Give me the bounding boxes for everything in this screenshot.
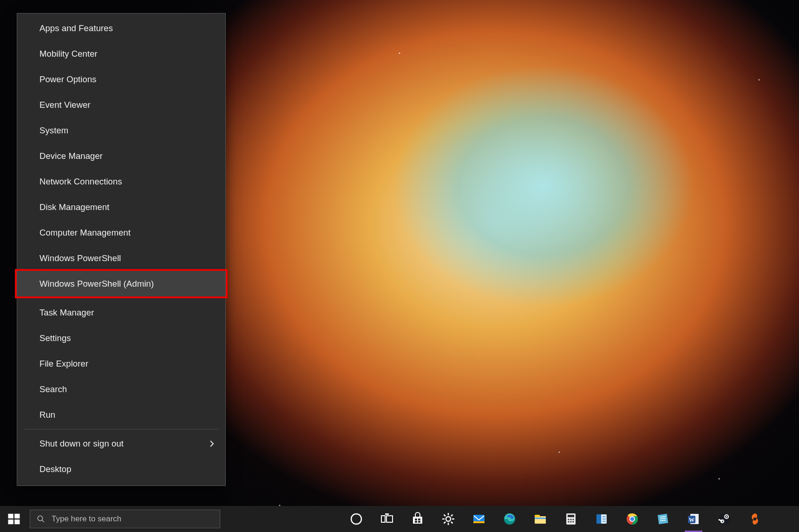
menu-item-powershell[interactable]: Windows PowerShell — [17, 245, 225, 271]
menu-item-task-manager[interactable]: Task Manager — [17, 300, 225, 325]
menu-item-label: Desktop — [39, 464, 72, 474]
menu-item-label: Task Manager — [39, 308, 94, 318]
menu-item-mobility-center[interactable]: Mobility Center — [17, 41, 225, 66]
taskbar-item-notes[interactable] — [648, 506, 678, 532]
menu-item-label: Event Viewer — [39, 100, 91, 110]
svg-line-5 — [42, 520, 44, 522]
chevron-right-icon — [210, 440, 214, 447]
taskbar-item-edge[interactable] — [494, 506, 525, 532]
menu-item-label: Mobility Center — [39, 49, 98, 59]
menu-item-apps-features[interactable]: Apps and Features — [17, 15, 225, 41]
taskbar-item-word[interactable] — [678, 506, 709, 532]
taskbar-search-box[interactable]: Type here to search — [30, 510, 220, 528]
taskbar-item-origin[interactable] — [740, 506, 770, 532]
svg-rect-2 — [8, 519, 13, 524]
chrome-icon — [625, 512, 639, 526]
menu-item-label: Windows PowerShell — [39, 253, 121, 263]
mail-icon — [472, 512, 486, 526]
taskbar-item-steam[interactable] — [709, 506, 740, 532]
taskbar-left-group: Type here to search — [0, 506, 220, 532]
winx-context-menu: Apps and FeaturesMobility CenterPower Op… — [17, 13, 226, 486]
menu-item-computer-management[interactable]: Computer Management — [17, 220, 225, 245]
menu-item-label: Run — [39, 410, 55, 420]
menu-item-label: Windows PowerShell (Admin) — [39, 279, 154, 289]
menu-item-label: Settings — [39, 333, 71, 343]
cortana-icon — [349, 512, 363, 526]
svg-rect-3 — [14, 519, 20, 524]
menu-item-label: Power Options — [39, 74, 97, 85]
menu-item-network-connections[interactable]: Network Connections — [17, 169, 225, 194]
taskbar-item-settings[interactable] — [433, 506, 464, 532]
search-placeholder-text: Type here to search — [52, 514, 121, 524]
taskbar-item-explorer[interactable] — [525, 506, 556, 532]
menu-item-powershell-admin[interactable]: Windows PowerShell (Admin) — [17, 271, 225, 296]
menu-item-run[interactable]: Run — [17, 402, 225, 427]
menu-item-label: File Explorer — [39, 359, 88, 369]
menu-item-label: Apps and Features — [39, 23, 113, 33]
file-explorer-icon — [533, 512, 547, 526]
menu-item-disk-management[interactable]: Disk Management — [17, 194, 225, 220]
menu-item-system[interactable]: System — [17, 118, 225, 143]
word-icon — [687, 512, 701, 526]
menu-separator — [24, 298, 219, 298]
menu-item-search[interactable]: Search — [17, 376, 225, 402]
svg-rect-0 — [8, 514, 13, 519]
taskbar: Type here to search — [0, 506, 799, 532]
windows-logo-icon — [7, 512, 21, 526]
calculator-icon — [564, 512, 578, 526]
steam-icon — [717, 512, 731, 526]
taskbar-item-task-view[interactable] — [372, 506, 402, 532]
menu-item-label: Device Manager — [39, 151, 103, 161]
edge-icon — [503, 512, 517, 526]
menu-separator — [24, 429, 219, 429]
taskbar-item-cortana[interactable] — [341, 506, 372, 532]
settings-gear-icon — [441, 512, 455, 526]
menu-item-label: Computer Management — [39, 228, 131, 238]
menu-item-label: System — [39, 125, 68, 136]
onenote-icon — [595, 512, 609, 526]
svg-point-4 — [38, 516, 43, 521]
menu-item-file-explorer[interactable]: File Explorer — [17, 351, 225, 376]
task-view-icon — [380, 512, 394, 526]
start-button[interactable] — [0, 506, 28, 532]
menu-item-desktop[interactable]: Desktop — [17, 456, 225, 482]
microsoft-store-icon — [411, 512, 425, 526]
menu-item-label: Disk Management — [39, 202, 110, 212]
taskbar-item-onenote[interactable] — [586, 506, 617, 532]
svg-rect-1 — [14, 514, 20, 519]
sticky-notes-icon — [656, 512, 670, 526]
menu-item-label: Shut down or sign out — [39, 439, 124, 449]
taskbar-pinned-apps — [341, 506, 770, 532]
taskbar-item-store[interactable] — [402, 506, 433, 532]
taskbar-item-chrome[interactable] — [617, 506, 648, 532]
menu-item-power-options[interactable]: Power Options — [17, 66, 225, 92]
menu-item-event-viewer[interactable]: Event Viewer — [17, 92, 225, 118]
taskbar-item-calculator[interactable] — [556, 506, 586, 532]
menu-item-label: Network Connections — [39, 177, 122, 187]
menu-item-device-manager[interactable]: Device Manager — [17, 143, 225, 169]
menu-item-shutdown-signout[interactable]: Shut down or sign out — [17, 431, 225, 456]
origin-icon — [748, 512, 762, 526]
search-icon — [37, 515, 45, 523]
menu-item-settings[interactable]: Settings — [17, 325, 225, 351]
menu-item-label: Search — [39, 384, 67, 394]
taskbar-item-mail[interactable] — [464, 506, 494, 532]
